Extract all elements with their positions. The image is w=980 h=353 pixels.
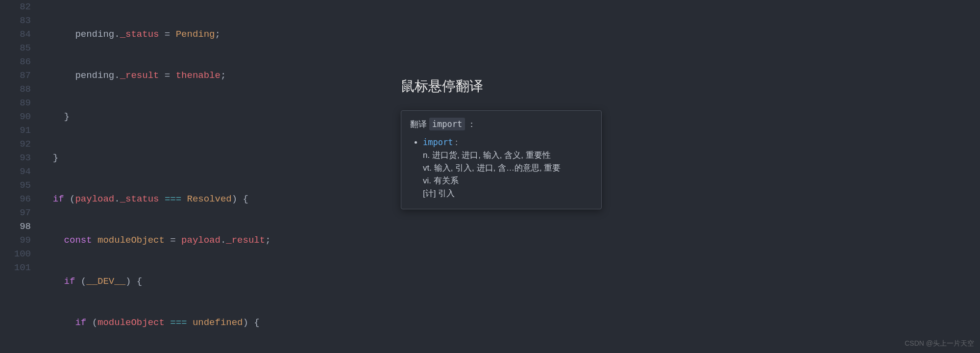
tooltip-definitions: import : n. 进口货, 进口, 输入, 含义, 重要性 vt. 输入,… <box>410 136 592 200</box>
line-number: 84 <box>0 27 42 41</box>
code-line: if (__DEV__) { <box>42 275 980 288</box>
annotation-title: 鼠标悬停翻译 <box>401 79 483 93</box>
tooltip-entry: import : n. 进口货, 进口, 输入, 含义, 重要性 vt. 输入,… <box>423 136 592 200</box>
line-number: 97 <box>0 206 42 220</box>
code-line: const moduleObject = payload._result; <box>42 233 980 247</box>
line-number: 85 <box>0 41 42 55</box>
code-line: pending._status = Pending; <box>42 27 980 41</box>
tooltip-header-suffix: ： <box>467 120 476 129</box>
line-number: 99 <box>0 233 42 247</box>
tooltip-entry-word: import <box>423 137 453 147</box>
line-number: 95 <box>0 178 42 192</box>
line-number: 86 <box>0 55 42 69</box>
tooltip-header-word: import <box>429 118 465 130</box>
hover-translate-tooltip[interactable]: 翻译 import ： import : n. 进口货, 进口, 输入, 含义,… <box>401 110 602 209</box>
line-number: 96 <box>0 192 42 206</box>
line-number: 82 <box>0 0 42 14</box>
definition-line: [计] 引入 <box>423 187 592 200</box>
line-number: 91 <box>0 124 42 137</box>
line-gutter: 8283848586878889909192939495969798991001… <box>0 0 42 275</box>
line-number: 93 <box>0 151 42 165</box>
tooltip-header-prefix: 翻译 <box>410 120 427 129</box>
definition-line: n. 进口货, 进口, 输入, 含义, 重要性 <box>423 149 592 162</box>
tooltip-header: 翻译 import ： <box>410 118 592 131</box>
code-editor[interactable]: 8283848586878889909192939495969798991001… <box>0 0 980 353</box>
definition-line: vi. 有关系 <box>423 175 592 187</box>
line-number: 90 <box>0 110 42 124</box>
line-number: 87 <box>0 69 42 82</box>
line-number: 92 <box>0 137 42 151</box>
line-number: 83 <box>0 14 42 27</box>
line-number: 88 <box>0 82 42 96</box>
code-line: if (moduleObject === undefined) { <box>42 316 980 329</box>
line-number: 89 <box>0 96 42 110</box>
line-number: 101 <box>0 261 42 275</box>
line-number: 100 <box>0 247 42 261</box>
watermark: CSDN @头上一片天空 <box>905 336 974 350</box>
line-number: 94 <box>0 165 42 178</box>
code-line: pending._result = thenable; <box>42 69 980 82</box>
line-number: 98 <box>0 220 42 233</box>
definition-line: vt. 输入, 引入, 进口, 含…的意思, 重要 <box>423 162 592 175</box>
